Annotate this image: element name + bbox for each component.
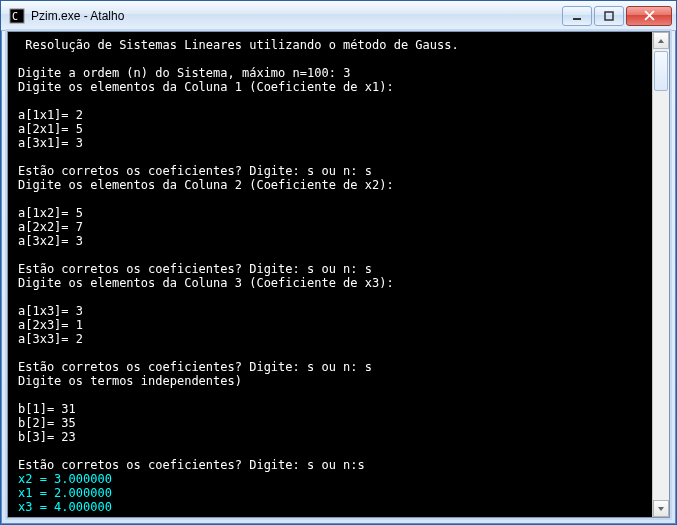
b1-val: 31 <box>61 402 75 416</box>
a33-val: 2 <box>76 332 83 346</box>
header-line: Resolução de Sistemas Lineares utilizand… <box>18 38 459 52</box>
order-value: 3 <box>343 66 350 80</box>
confirm1-prompt: Estão corretos os coeficientes? Digite: … <box>18 164 358 178</box>
window-controls <box>562 6 674 26</box>
indep-prompt: Digite os termos independentes) <box>18 374 242 388</box>
close-button[interactable] <box>626 6 672 26</box>
b3-val: 23 <box>61 430 75 444</box>
a32-val: 3 <box>76 234 83 248</box>
col3-prompt: Digite os elementos da Coluna 3 (Coefici… <box>18 276 394 290</box>
maximize-button[interactable] <box>594 6 624 26</box>
a11-val: 2 <box>76 108 83 122</box>
a12-label: a[1x2]= <box>18 206 69 220</box>
a22-val: 7 <box>76 220 83 234</box>
confirm4-prompt: Estão corretos os coeficientes? Digite: … <box>18 458 365 472</box>
b3-label: b[3]= <box>18 430 54 444</box>
scroll-thumb[interactable] <box>654 51 668 91</box>
scroll-down-button[interactable] <box>653 500 669 517</box>
a21-label: a[2x1]= <box>18 122 69 136</box>
svg-rect-2 <box>573 18 581 20</box>
svg-rect-3 <box>605 12 613 20</box>
scroll-track[interactable] <box>653 49 669 500</box>
a12-val: 5 <box>76 206 83 220</box>
confirm1-ans: s <box>365 164 372 178</box>
a31-label: a[3x1]= <box>18 136 69 150</box>
b1-label: b[1]= <box>18 402 54 416</box>
col2-prompt: Digite os elementos da Coluna 2 (Coefici… <box>18 178 394 192</box>
result-x3: x3 = 4.000000 <box>18 500 112 514</box>
client-area: Resolução de Sistemas Lineares utilizand… <box>7 31 670 518</box>
confirm3-prompt: Estão corretos os coeficientes? Digite: … <box>18 360 358 374</box>
console-output[interactable]: Resolução de Sistemas Lineares utilizand… <box>8 32 669 517</box>
a23-label: a[2x3]= <box>18 318 69 332</box>
app-icon: C <box>9 8 25 24</box>
a32-label: a[3x2]= <box>18 234 69 248</box>
col1-prompt: Digite os elementos da Coluna 1 (Coefici… <box>18 80 394 94</box>
a31-val: 3 <box>76 136 83 150</box>
confirm2-prompt: Estão corretos os coeficientes? Digite: … <box>18 262 358 276</box>
b2-val: 35 <box>61 416 75 430</box>
svg-text:C: C <box>12 11 18 22</box>
a11-label: a[1x1]= <box>18 108 69 122</box>
a13-val: 3 <box>76 304 83 318</box>
app-window: C Pzim.exe - Atalho Resolução de Sistema… <box>0 0 677 525</box>
a13-label: a[1x3]= <box>18 304 69 318</box>
a21-val: 5 <box>76 122 83 136</box>
confirm2-ans: s <box>365 262 372 276</box>
b2-label: b[2]= <box>18 416 54 430</box>
a33-label: a[3x3]= <box>18 332 69 346</box>
vertical-scrollbar[interactable] <box>652 32 669 517</box>
order-prompt: Digite a ordem (n) do Sistema, máximo n=… <box>18 66 336 80</box>
confirm3-ans: s <box>365 360 372 374</box>
result-x2: x2 = 3.000000 <box>18 472 112 486</box>
titlebar[interactable]: C Pzim.exe - Atalho <box>1 1 676 31</box>
a22-label: a[2x2]= <box>18 220 69 234</box>
scroll-up-button[interactable] <box>653 32 669 49</box>
a23-val: 1 <box>76 318 83 332</box>
result-x1: x1 = 2.000000 <box>18 486 112 500</box>
window-title: Pzim.exe - Atalho <box>31 9 124 23</box>
minimize-button[interactable] <box>562 6 592 26</box>
